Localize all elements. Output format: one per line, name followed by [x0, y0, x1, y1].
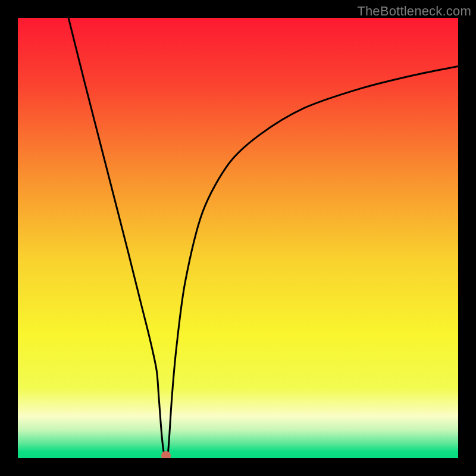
background-gradient: [18, 18, 458, 458]
svg-rect-0: [18, 18, 458, 458]
watermark-text: TheBottleneck.com: [357, 4, 471, 19]
plot-area: [18, 18, 458, 458]
minimum-marker-dot: [161, 451, 171, 458]
